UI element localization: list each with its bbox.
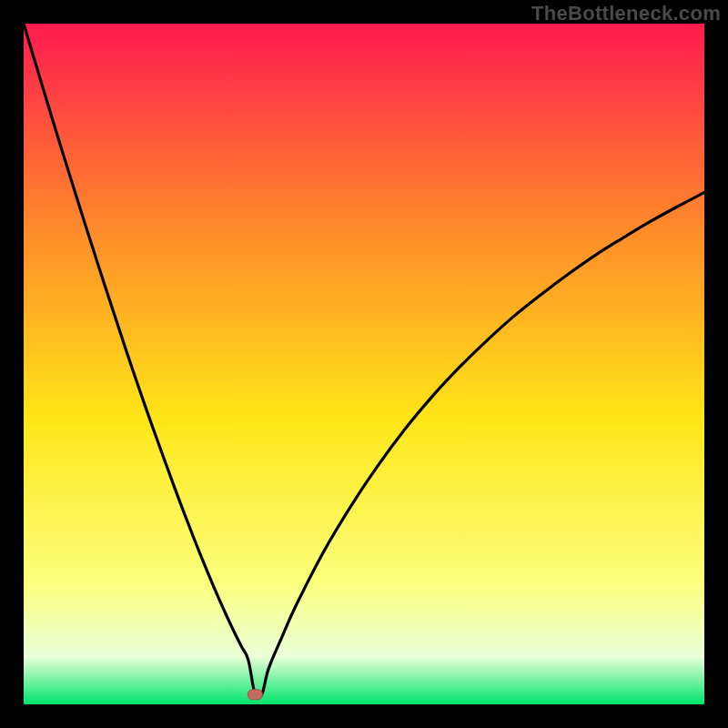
watermark-text: TheBottleneck.com: [531, 2, 721, 25]
plot-area: [24, 24, 704, 704]
minimum-marker: [248, 690, 262, 700]
bottleneck-chart: [24, 24, 704, 704]
chart-frame: TheBottleneck.com: [0, 0, 728, 728]
gradient-background: [24, 24, 704, 704]
